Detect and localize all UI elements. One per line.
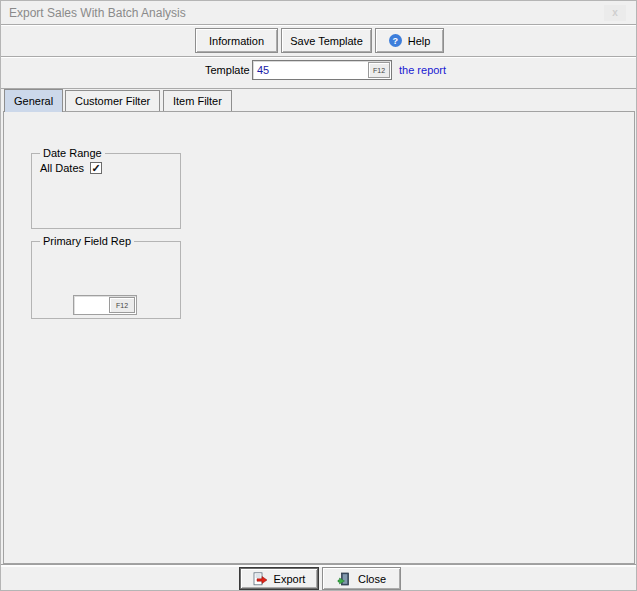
template-input[interactable]: 45 F12 [252,60,392,80]
help-icon: ? [389,34,402,47]
field-rep-lookup-button[interactable]: F12 [109,297,135,313]
information-button[interactable]: Information [195,28,278,53]
information-button-label: Information [209,35,264,47]
window-close-button[interactable]: x [604,5,626,21]
export-button[interactable]: Export [239,567,319,590]
field-rep-input[interactable]: F12 [73,295,137,315]
template-label: Template [205,64,250,76]
save-template-button[interactable]: Save Template [281,28,372,53]
tab-customer-filter[interactable]: Customer Filter [65,90,160,111]
save-template-button-label: Save Template [290,35,363,47]
help-button[interactable]: ? Help [375,28,444,53]
export-button-label: Export [274,573,306,585]
date-range-legend: Date Range [40,147,105,159]
window-title: Export Sales With Batch Analysis [9,6,186,20]
checkmark-icon: ✓ [91,162,100,174]
export-icon [253,572,268,586]
all-dates-label: All Dates [40,162,84,174]
field-rep-legend: Primary Field Rep [40,235,134,247]
tab-item-filter-label: Item Filter [173,95,222,107]
close-button-label: Close [358,573,386,585]
template-lookup-button[interactable]: F12 [368,62,390,78]
close-button[interactable]: Close [322,567,401,590]
template-value: 45 [257,64,269,76]
tab-item-filter[interactable]: Item Filter [163,90,232,111]
all-dates-checkbox[interactable]: ✓ [90,162,102,174]
tab-general-label: General [14,95,53,107]
help-button-label: Help [408,35,431,47]
title-bar: Export Sales With Batch Analysis x [1,1,636,24]
date-range-group: Date Range All Dates ✓ [31,153,181,229]
tab-customer-filter-label: Customer Filter [75,95,150,107]
tab-general[interactable]: General [4,89,63,112]
report-link[interactable]: the report [399,64,446,76]
export-sales-window: Export Sales With Batch Analysis x Infor… [0,0,637,591]
exit-door-icon [337,572,352,586]
